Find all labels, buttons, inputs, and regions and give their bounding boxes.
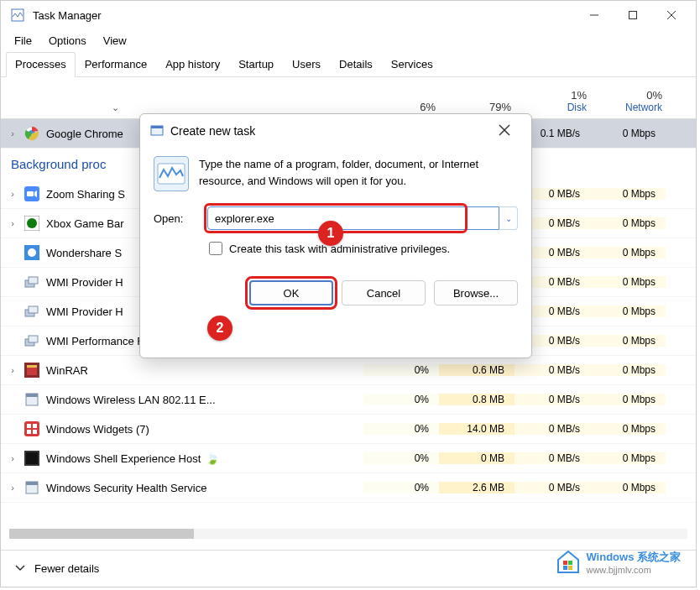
watermark-logo-icon [556, 550, 581, 575]
dialog-title: Create new task [170, 124, 488, 138]
cancel-button[interactable]: Cancel [342, 280, 426, 305]
annotation-highlight-ok: OK [249, 280, 333, 305]
open-label: Open: [154, 212, 199, 225]
watermark: Windows 系统之家 www.bjjmlv.com [556, 550, 681, 575]
open-input[interactable] [207, 206, 499, 230]
run-icon [154, 156, 189, 191]
admin-checkbox-label: Create this task with administrative pri… [229, 243, 450, 255]
svg-rect-41 [568, 561, 572, 565]
ok-button[interactable]: OK [249, 280, 333, 305]
svg-rect-35 [151, 126, 163, 128]
svg-rect-42 [563, 566, 567, 570]
task-manager-window: Task Manager File Options View Processes… [0, 0, 697, 587]
svg-rect-40 [563, 561, 567, 565]
admin-checkbox[interactable] [209, 242, 222, 255]
dialog-icon [150, 124, 164, 138]
dialog-backdrop: Create new task Type the name of a progr… [1, 1, 696, 587]
svg-rect-43 [568, 566, 572, 570]
annotation-badge-2: 2 [207, 316, 232, 341]
dialog-instructions: Type the name of a program, folder, docu… [199, 156, 518, 189]
annotation-badge-1: 1 [318, 221, 343, 246]
open-dropdown-button[interactable]: ⌄ [499, 206, 518, 230]
browse-button[interactable]: Browse... [434, 280, 518, 305]
dialog-close-button[interactable] [488, 123, 521, 140]
create-task-dialog: Create new task Type the name of a progr… [139, 113, 532, 358]
